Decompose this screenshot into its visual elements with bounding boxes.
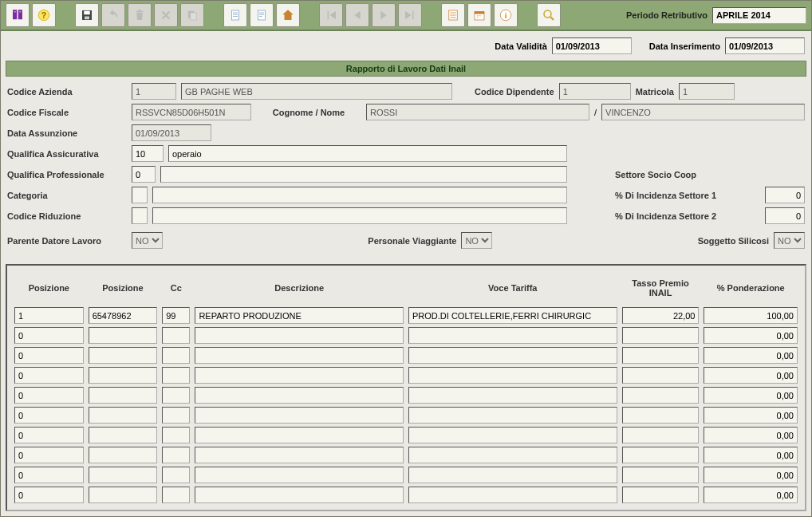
- cell-desc[interactable]: [195, 427, 404, 443]
- cell-pond[interactable]: [704, 487, 798, 503]
- cell-tasso[interactable]: [622, 407, 700, 424]
- cell-pos2[interactable]: [89, 407, 158, 424]
- home-icon[interactable]: [276, 3, 300, 27]
- cell-voce[interactable]: [408, 447, 617, 463]
- cell-cc[interactable]: [162, 367, 190, 384]
- data-validita-input[interactable]: [552, 37, 632, 54]
- cognome-input[interactable]: [366, 104, 589, 120]
- cell-pos2[interactable]: [89, 347, 158, 364]
- cell-pos2[interactable]: [89, 387, 158, 404]
- viaggiante-select[interactable]: NO: [461, 232, 492, 249]
- cell-voce[interactable]: [408, 327, 617, 344]
- codice-dipendente-input[interactable]: [559, 83, 631, 100]
- cell-tasso[interactable]: [622, 347, 700, 364]
- cell-voce[interactable]: [408, 387, 617, 404]
- cell-pond[interactable]: [704, 347, 798, 364]
- cell-desc[interactable]: [195, 487, 404, 503]
- search-icon[interactable]: [537, 3, 561, 27]
- silicosi-select[interactable]: NO: [774, 232, 805, 249]
- cell-pos1[interactable]: [14, 407, 84, 424]
- cell-pond[interactable]: [704, 407, 798, 424]
- cell-desc[interactable]: [195, 407, 404, 424]
- qual-assic-code-input[interactable]: [132, 145, 164, 162]
- cell-tasso[interactable]: [622, 487, 700, 503]
- cell-pos2[interactable]: [89, 327, 158, 344]
- data-assunzione-input[interactable]: [132, 124, 211, 141]
- cell-pos1[interactable]: [14, 307, 84, 324]
- cell-pond[interactable]: [704, 367, 798, 384]
- cell-pond[interactable]: [704, 327, 798, 344]
- cell-cc[interactable]: [162, 307, 190, 324]
- incidenza2-input[interactable]: [765, 207, 805, 224]
- cell-voce[interactable]: [408, 407, 617, 424]
- cell-voce[interactable]: [408, 467, 617, 483]
- cell-cc[interactable]: [162, 387, 190, 404]
- periodo-input[interactable]: [712, 7, 806, 24]
- doc-icon[interactable]: [223, 3, 247, 27]
- cell-tasso[interactable]: [622, 307, 700, 324]
- cell-tasso[interactable]: [622, 447, 700, 463]
- cell-pond[interactable]: [704, 307, 798, 324]
- cell-cc[interactable]: [162, 347, 190, 364]
- cell-cc[interactable]: [162, 407, 190, 424]
- cell-desc[interactable]: [195, 307, 404, 324]
- book-icon[interactable]: [6, 3, 30, 27]
- cell-pos1[interactable]: [14, 487, 84, 503]
- parente-select[interactable]: NO: [132, 232, 163, 249]
- cell-voce[interactable]: [408, 367, 617, 384]
- cell-voce[interactable]: [408, 347, 617, 364]
- qual-prof-code-input[interactable]: [132, 166, 156, 183]
- cell-pos1[interactable]: [14, 367, 84, 384]
- cell-pos2[interactable]: [89, 487, 158, 503]
- cell-cc[interactable]: [162, 467, 190, 483]
- codice-fiscale-input[interactable]: [132, 104, 251, 120]
- cell-tasso[interactable]: [622, 427, 700, 443]
- calendar-icon[interactable]: [467, 3, 491, 27]
- cell-pond[interactable]: [704, 447, 798, 463]
- cell-pos2[interactable]: [89, 367, 158, 384]
- cell-pos1[interactable]: [14, 427, 84, 443]
- cell-tasso[interactable]: [622, 387, 700, 404]
- codice-riduzione-code-input[interactable]: [132, 207, 148, 224]
- cell-voce[interactable]: [408, 487, 617, 503]
- cell-pond[interactable]: [704, 467, 798, 483]
- cell-pos1[interactable]: [14, 347, 84, 364]
- cell-cc[interactable]: [162, 427, 190, 443]
- cell-pond[interactable]: [704, 427, 798, 443]
- info-icon[interactable]: i: [494, 3, 518, 27]
- help-icon[interactable]: ?: [32, 3, 56, 27]
- save-icon[interactable]: [75, 3, 99, 27]
- cell-pos2[interactable]: [89, 447, 158, 463]
- cell-cc[interactable]: [162, 447, 190, 463]
- cell-pos1[interactable]: [14, 467, 84, 483]
- cell-tasso[interactable]: [622, 367, 700, 384]
- data-inserimento-input[interactable]: [725, 37, 805, 54]
- nome-input[interactable]: [601, 104, 805, 120]
- cell-voce[interactable]: [408, 427, 617, 443]
- doc2-icon[interactable]: [250, 3, 274, 27]
- cell-pos1[interactable]: [14, 447, 84, 463]
- matricola-input[interactable]: [679, 83, 735, 100]
- cell-cc[interactable]: [162, 327, 190, 344]
- cell-tasso[interactable]: [622, 327, 700, 344]
- cell-desc[interactable]: [195, 367, 404, 384]
- cell-pos1[interactable]: [14, 327, 84, 344]
- list-icon[interactable]: [441, 3, 465, 27]
- cell-desc[interactable]: [195, 387, 404, 404]
- cell-desc[interactable]: [195, 327, 404, 344]
- cell-desc[interactable]: [195, 347, 404, 364]
- qual-assic-desc-input[interactable]: [168, 145, 567, 162]
- cell-pos1[interactable]: [14, 387, 84, 404]
- incidenza1-input[interactable]: [765, 187, 805, 203]
- cell-desc[interactable]: [195, 467, 404, 483]
- cell-pos2[interactable]: [89, 307, 158, 324]
- cell-pos2[interactable]: [89, 427, 158, 443]
- cell-pond[interactable]: [704, 387, 798, 404]
- cell-tasso[interactable]: [622, 467, 700, 483]
- categoria-code-input[interactable]: [132, 187, 148, 203]
- cell-pos2[interactable]: [89, 467, 158, 483]
- cell-voce[interactable]: [408, 307, 617, 324]
- cell-desc[interactable]: [195, 447, 404, 463]
- categoria-desc-input[interactable]: [152, 187, 567, 203]
- codice-riduzione-desc-input[interactable]: [152, 207, 567, 224]
